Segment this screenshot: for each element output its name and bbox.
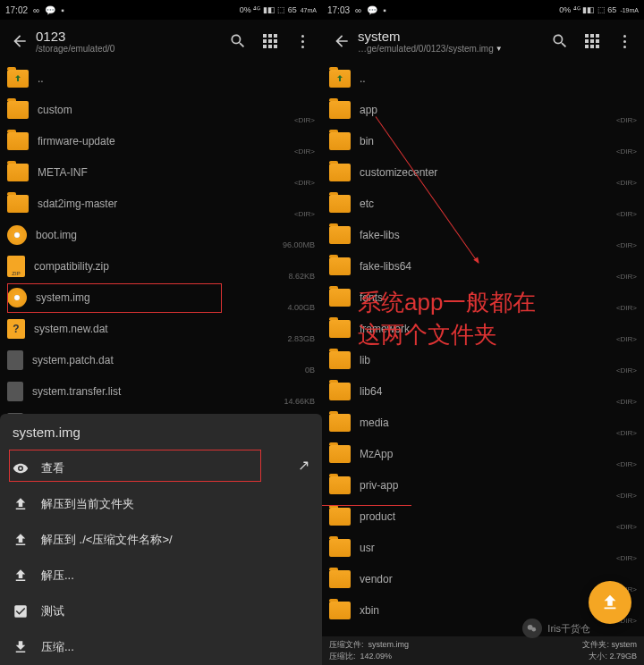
list-item[interactable]: custom<DIR> [0,94,322,125]
list-item[interactable]: usr<DIR> [322,532,644,563]
list-item[interactable]: fonts<DIR> [322,282,644,313]
menu-button[interactable] [286,25,318,57]
item-name: lib64 [360,385,637,398]
footer: 压缩文件: system.img 文件夹: system 压缩比: 142.09… [322,636,644,665]
sheet-extract-to[interactable]: 解压到 ./<压缩文件名称>/ [0,522,322,558]
search-button[interactable] [544,25,576,57]
dropdown-icon[interactable]: ▼ [496,45,503,53]
folder-icon [329,414,351,432]
sheet-view[interactable]: 查看 [0,450,322,486]
list-item[interactable]: fake-libs<DIR> [322,219,644,250]
up-label: .. [38,72,315,85]
sheet-extract-here[interactable]: 解压到当前文件夹 [0,486,322,522]
dots-icon [301,35,304,48]
list-item[interactable]: system.patch.dat0B [0,344,322,375]
folder-icon [329,164,351,181]
item-size: 4.00GB [287,303,315,312]
list-item[interactable]: ?system.new.dat2.83GB [0,313,322,344]
folder-icon [329,383,351,400]
list-item[interactable]: system.img4.00GB [0,282,322,313]
list-item[interactable]: META-INF<DIR> [0,156,322,188]
list-item[interactable]: app<DIR> [322,94,644,125]
chat-icon: 💬 [45,5,55,15]
up-label: .. [360,72,637,85]
search-button[interactable] [222,25,254,57]
appbar: 0123 /storage/emulated/0 [0,20,322,63]
item-name: fonts [360,291,637,304]
list-item[interactable]: system.transfer.list14.66KB [0,375,322,407]
list-item[interactable]: media<DIR> [322,407,644,438]
folder-icon [329,101,351,119]
list-item[interactable]: product<DIR> [322,501,644,532]
up-row[interactable]: .. [0,63,322,94]
list-item[interactable]: boot.img96.00MB [0,219,322,250]
list-item[interactable]: lib64<DIR> [322,375,644,407]
item-size: <DIR> [616,273,637,281]
chat-icon: 💬 [367,5,377,15]
item-name: system.transfer.list [32,385,315,398]
view-grid-button[interactable] [576,25,608,57]
list-item[interactable]: bin<DIR> [322,125,644,156]
sheet-test[interactable]: 测试 [0,593,322,629]
list-item[interactable]: framework<DIR> [322,313,644,344]
file-list[interactable]: .. custom<DIR>firmware-update<DIR>META-I… [0,63,322,438]
fab-upload[interactable] [589,581,631,624]
list-item[interactable]: sdat2img-master<DIR> [0,188,322,219]
item-name: vendor [360,573,637,585]
item-name: product [360,510,637,523]
folder-icon [329,195,351,213]
disc-icon [7,288,27,307]
item-size: <DIR> [294,116,315,124]
item-name: boot.img [36,229,315,241]
menu-button[interactable] [608,25,640,57]
list-item[interactable]: customizecenter<DIR> [322,156,644,188]
item-name: firmware-update [38,135,315,147]
list-item[interactable]: compatibility.zip8.62KB [0,250,322,282]
item-name: framework [360,323,637,335]
back-button[interactable] [326,25,358,57]
item-size: 2.83GB [287,334,315,343]
list-item[interactable]: MzApp<DIR> [322,438,644,469]
folder-icon [329,539,351,557]
footer-size-value: 2.79GB [609,652,637,661]
notif-icon: ▪ [61,5,64,15]
folder-icon [329,257,351,275]
download-icon [13,639,29,655]
statusbar: 17:03 ∞ 💬 ▪ 0% ⁴ᴳ ▮◧ ⬚ 65 -19mA [322,0,644,20]
item-size: <DIR> [616,492,637,500]
sheet-compress-label: 压缩... [41,639,74,655]
item-name: etc [360,198,637,210]
item-size: <DIR> [616,366,637,375]
item-size: <DIR> [616,241,637,249]
footer-ratio-label: 压缩比: [329,652,356,661]
item-name: custom [38,104,315,116]
list-item[interactable]: priv-app<DIR> [322,469,644,501]
view-grid-button[interactable] [254,25,286,57]
folder-icon [329,132,351,150]
list-item[interactable]: firmware-update<DIR> [0,125,322,156]
item-name: fake-libs64 [360,260,637,273]
list-item[interactable]: lib<DIR> [322,344,644,375]
list-item[interactable]: etc<DIR> [322,188,644,219]
notif-icon: ▪ [383,5,386,15]
open-external-icon[interactable]: ↗ [298,457,309,474]
watermark-text: Iris干货仓 [547,622,590,636]
item-name: bin [360,135,637,147]
svg-point-1 [532,627,537,632]
sheet-compress[interactable]: 压缩... [0,629,322,665]
list-item[interactable]: fake-libs64<DIR> [322,250,644,282]
file-list[interactable]: .. app<DIR>bin<DIR>customizecenter<DIR>e… [322,63,644,626]
right-screen: 17:03 ∞ 💬 ▪ 0% ⁴ᴳ ▮◧ ⬚ 65 -19mA system …… [322,0,644,665]
grid-icon [263,34,277,48]
status-time: 17:02 [5,5,28,15]
item-name: MzApp [360,448,637,460]
folder-icon [329,602,351,619]
file-icon [7,382,23,401]
back-button[interactable] [4,25,36,57]
disc-icon [7,225,27,245]
item-size: <DIR> [616,523,637,531]
sheet-extract[interactable]: 解压... [0,558,322,593]
up-row[interactable]: .. [322,63,644,94]
item-name: usr [360,542,637,554]
status-signal: 0% ⁴ᴳ ▮◧ ⬚ 65 [240,5,297,14]
